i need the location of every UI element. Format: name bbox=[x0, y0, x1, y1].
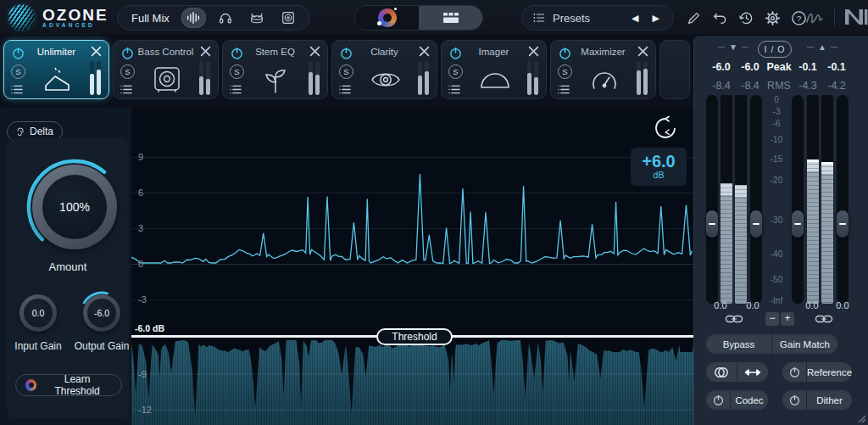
module-card-bass-control[interactable]: Bass Control S bbox=[113, 40, 219, 99]
gain-trace-curve bbox=[131, 108, 693, 328]
input-fader-left-handle[interactable] bbox=[706, 210, 718, 238]
module-solo-button[interactable]: S bbox=[230, 64, 244, 79]
axis-label: 6 bbox=[138, 187, 164, 198]
reference-button[interactable]: Reference bbox=[806, 362, 852, 382]
amount-knob[interactable]: 100% bbox=[32, 165, 117, 249]
output-peak-right: -0.1 bbox=[822, 61, 851, 73]
input-fader-left-track[interactable] bbox=[706, 95, 718, 304]
input-gain-knob[interactable]: 0.0 bbox=[19, 294, 57, 332]
mix-mode-vocals[interactable] bbox=[213, 8, 237, 28]
meter-zoom-out-button[interactable]: − bbox=[765, 312, 779, 326]
output-meter-right bbox=[821, 95, 833, 304]
codec-power-icon[interactable] bbox=[706, 390, 730, 410]
module-solo-button[interactable]: S bbox=[11, 64, 25, 79]
input-fader-right-track[interactable] bbox=[750, 95, 762, 304]
module-close-icon[interactable] bbox=[91, 46, 102, 57]
output-gain-knob[interactable]: -6.0 bbox=[83, 294, 120, 332]
module-power-icon[interactable] bbox=[120, 46, 135, 60]
learn-threshold-label: Learn Threshold bbox=[42, 373, 112, 397]
settings-gear-button[interactable] bbox=[764, 9, 781, 26]
module-close-icon[interactable] bbox=[528, 46, 539, 57]
presets-label: Presets bbox=[553, 12, 621, 25]
io-title[interactable]: I / O bbox=[758, 41, 792, 58]
detailed-view-button[interactable] bbox=[419, 6, 482, 30]
width-arrows-button[interactable] bbox=[737, 362, 768, 382]
output-link-icon[interactable] bbox=[815, 314, 833, 324]
mix-mode-full-mix[interactable] bbox=[181, 8, 206, 28]
assistant-view-button[interactable] bbox=[355, 6, 419, 30]
edit-pencil-button[interactable] bbox=[685, 9, 702, 26]
reset-history-button[interactable] bbox=[653, 115, 678, 141]
output-gain-right-value[interactable]: 0.0 bbox=[828, 300, 857, 310]
module-menu-icon[interactable] bbox=[558, 84, 570, 95]
module-card-stem-eq[interactable]: Stem EQ S bbox=[222, 40, 328, 99]
output-fader-left-handle[interactable] bbox=[792, 210, 804, 238]
preset-previous-button[interactable]: ◀ bbox=[628, 13, 642, 24]
module-menu-icon[interactable] bbox=[230, 84, 242, 95]
module-card-partial bbox=[659, 40, 690, 99]
output-fader-left-track[interactable] bbox=[792, 95, 804, 304]
gain-badge-unit: dB bbox=[654, 171, 665, 180]
module-meter bbox=[418, 61, 429, 95]
module-card-unlimiter[interactable]: Unlimiter S bbox=[3, 40, 109, 99]
output-gain-left-value[interactable]: 0.0 bbox=[798, 300, 826, 310]
scale-label: -6 bbox=[761, 119, 792, 128]
ozone-sphere-icon bbox=[8, 4, 35, 31]
module-menu-icon[interactable] bbox=[339, 84, 352, 95]
input-gain-left-value[interactable]: 0.0 bbox=[706, 300, 735, 310]
bypass-button[interactable]: Bypass bbox=[706, 334, 771, 354]
amount-card: 100% Amount 0.0 -6.0 Input Gain Output G… bbox=[7, 138, 129, 418]
meter-zoom-in-button[interactable]: + bbox=[781, 312, 794, 326]
unlimiter-panel: Delta 100% Amount 0.0 -6.0 Input Gain Ou… bbox=[0, 108, 693, 425]
reference-power-icon[interactable] bbox=[782, 362, 806, 382]
module-menu-icon[interactable] bbox=[120, 84, 133, 95]
input-link-icon[interactable] bbox=[725, 314, 743, 324]
gain-trace-display[interactable]: 9 6 3 0 -3 +6.0 dB -6.0 dB -9 -12 Thresh… bbox=[131, 108, 693, 425]
scale-label: -30 bbox=[761, 215, 792, 225]
module-card-maximizer[interactable]: Maximizer S bbox=[550, 40, 656, 99]
input-fader-right-handle[interactable] bbox=[750, 210, 762, 238]
output-gain-value: -6.0 bbox=[94, 308, 109, 318]
learn-threshold-button[interactable]: Learn Threshold bbox=[15, 374, 122, 396]
preset-next-button[interactable]: ▶ bbox=[649, 13, 663, 24]
gain-match-button[interactable]: Gain Match bbox=[771, 334, 837, 354]
threshold-handle[interactable]: Threshold bbox=[376, 328, 453, 345]
module-power-icon[interactable] bbox=[448, 46, 463, 60]
module-solo-button[interactable]: S bbox=[339, 64, 353, 79]
mix-mode-bass[interactable] bbox=[276, 8, 301, 28]
undo-button[interactable] bbox=[711, 9, 728, 26]
module-close-icon[interactable] bbox=[419, 46, 430, 57]
presets-dropdown[interactable]: Presets ◀ ▶ bbox=[521, 5, 674, 31]
module-card-imager[interactable]: Imager S bbox=[441, 40, 547, 99]
module-solo-button[interactable]: S bbox=[120, 64, 135, 79]
dither-button[interactable]: Dither bbox=[806, 390, 852, 410]
module-menu-icon[interactable] bbox=[11, 84, 24, 95]
collapse-output-button[interactable]: ▲ bbox=[807, 42, 837, 52]
delta-label: Delta bbox=[30, 126, 53, 137]
codec-button[interactable]: Codec bbox=[730, 390, 768, 410]
module-close-icon[interactable] bbox=[637, 46, 648, 57]
midside-button[interactable] bbox=[706, 362, 737, 382]
module-card-clarity[interactable]: Clarity S bbox=[331, 40, 437, 99]
module-close-icon[interactable] bbox=[200, 46, 211, 57]
dither-power-icon[interactable] bbox=[782, 390, 806, 410]
module-title: Clarity bbox=[353, 47, 416, 57]
module-solo-button[interactable]: S bbox=[558, 64, 572, 79]
resize-handle-icon[interactable] bbox=[856, 413, 866, 423]
collapse-input-button[interactable]: ▼ bbox=[718, 42, 748, 52]
module-power-icon[interactable] bbox=[11, 46, 25, 60]
module-power-icon[interactable] bbox=[230, 46, 244, 60]
drums-icon bbox=[249, 10, 264, 25]
output-fader-right-track[interactable] bbox=[837, 95, 849, 304]
ear-icon bbox=[16, 126, 25, 138]
history-button[interactable] bbox=[737, 9, 754, 26]
module-solo-button[interactable]: S bbox=[448, 64, 463, 79]
scale-label: -50 bbox=[761, 275, 792, 284]
module-power-icon[interactable] bbox=[558, 46, 572, 60]
module-power-icon[interactable] bbox=[339, 46, 353, 60]
output-fader-right-handle[interactable] bbox=[837, 210, 849, 238]
module-menu-icon[interactable] bbox=[448, 84, 461, 95]
mix-mode-drums[interactable] bbox=[244, 8, 269, 28]
module-close-icon[interactable] bbox=[309, 46, 320, 57]
input-gain-right-value[interactable]: 0.0 bbox=[738, 300, 767, 310]
